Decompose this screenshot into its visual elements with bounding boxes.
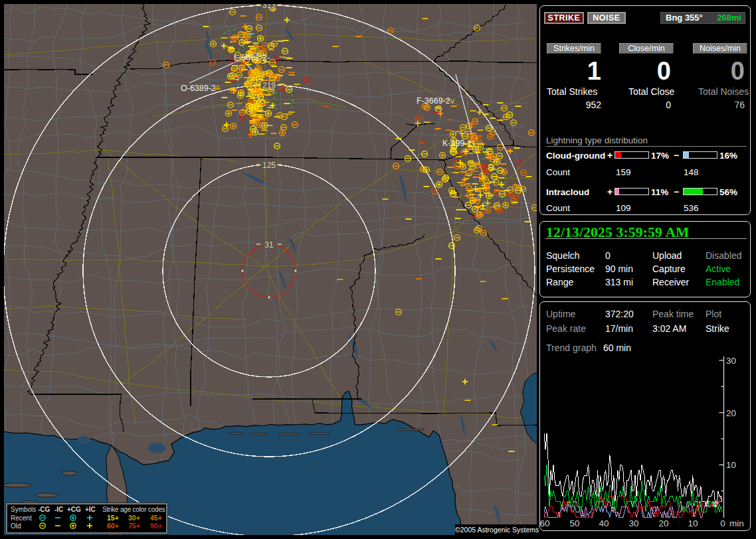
svg-text:40: 40 — [599, 518, 609, 528]
svg-text:30: 30 — [628, 518, 638, 528]
svg-text:20: 20 — [726, 408, 736, 418]
svg-text:50: 50 — [569, 518, 579, 528]
svg-text:min: min — [729, 518, 744, 528]
svg-text:10: 10 — [688, 518, 698, 528]
svg-text:0: 0 — [720, 518, 725, 528]
svg-text:60: 60 — [539, 518, 549, 528]
svg-text:20: 20 — [658, 518, 668, 528]
svg-text:30: 30 — [726, 356, 736, 366]
svg-text:10: 10 — [726, 460, 736, 470]
